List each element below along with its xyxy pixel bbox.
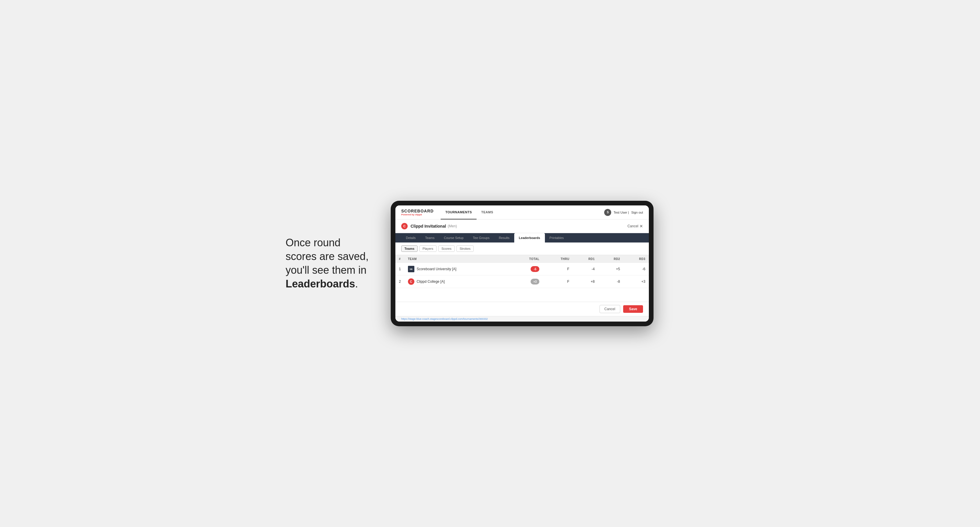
logo-title: SCOREBOARD [401,209,434,213]
col-total: TOTAL [510,255,543,263]
sub-tabs: Teams Players Scores Strokes [395,243,649,255]
table-row: 2 C Clippd College [A] +3 F [395,275,649,288]
tournament-title: Clippd Invitational [410,224,446,229]
tablet-device: SCOREBOARD Powered by clippd TOURNAMENTS… [391,201,654,326]
team-2: C Clippd College [A] [404,275,510,288]
thru-1: F [543,263,573,275]
score-badge-red: -5 [531,266,539,272]
rd1-1: -4 [573,263,598,275]
tab-leaderboards[interactable]: Leaderboards [514,233,545,243]
sign-out-link[interactable]: Sign out [632,211,643,214]
rank-2: 2 [395,275,404,288]
logo-area: SCOREBOARD Powered by clippd [401,209,434,216]
tablet-screen: SCOREBOARD Powered by clippd TOURNAMENTS… [395,205,649,322]
cancel-label: Cancel [628,224,638,228]
team-name-2: Clippd College [A] [417,279,445,284]
logo-sub: Powered by clippd [401,213,434,216]
team-logo-scoreboard: SB [408,266,414,272]
total-1: -5 [510,263,543,275]
thru-2: F [543,275,573,288]
tournament-header: C Clippd Invitational (Men) Cancel ✕ [395,219,649,233]
logo-sub-prefix: Powered by [401,213,415,216]
tournament-subtitle: (Men) [448,224,457,228]
close-icon[interactable]: ✕ [640,224,643,229]
logo-brand: clippd [415,213,422,216]
sub-tab-players[interactable]: Players [419,245,437,252]
col-rd2: RD2 [598,255,624,263]
user-name: Test User | [614,211,629,214]
cancel-button[interactable]: Cancel [600,305,620,313]
rd2-1: +5 [598,263,624,275]
cancel-tournament-btn[interactable]: Cancel ✕ [628,224,643,229]
tab-printables[interactable]: Printables [545,233,568,243]
nav-tournaments[interactable]: TOURNAMENTS [441,205,477,219]
total-2: +3 [510,275,543,288]
user-avatar: S [604,209,611,216]
url-bar: https://stage-blue-coach.stagescoreboard… [395,316,649,322]
rd3-2: +3 [624,275,649,288]
tab-teams[interactable]: Teams [420,233,439,243]
sub-tab-strokes[interactable]: Strokes [457,245,474,252]
nav-links: TOURNAMENTS TEAMS [441,205,604,219]
modal-footer: Cancel Save [395,302,649,316]
content-area: # TEAM TOTAL THRU RD1 RD2 RD3 1 [395,255,649,302]
team-logo-clippd: C [408,278,414,285]
tab-tee-groups[interactable]: Tee Groups [468,233,494,243]
sidebar-text-normal: Once round scores are saved, you'll see … [286,237,369,276]
col-thru: THRU [543,255,573,263]
leaderboard-table: # TEAM TOTAL THRU RD1 RD2 RD3 1 [395,255,649,288]
sidebar-text: Once round scores are saved, you'll see … [286,236,373,290]
col-team: TEAM [404,255,510,263]
team-1: SB Scoreboard University [A] [404,263,510,275]
col-rd1: RD1 [573,255,598,263]
col-rd3: RD3 [624,255,649,263]
team-name-1: Scoreboard University [A] [417,267,457,271]
nav-teams[interactable]: TEAMS [477,205,498,219]
score-badge-gray: +3 [531,279,539,284]
col-rank: # [395,255,404,263]
header-right: S Test User | Sign out [604,209,643,216]
sub-tab-scores[interactable]: Scores [438,245,455,252]
table-row: 1 SB Scoreboard University [A] -5 F [395,263,649,275]
app-header: SCOREBOARD Powered by clippd TOURNAMENTS… [395,205,649,219]
tab-course-setup[interactable]: Course Setup [439,233,468,243]
rank-1: 1 [395,263,404,275]
rd1-2: +8 [573,275,598,288]
sidebar-text-bold: Leaderboards [286,278,355,290]
page-wrapper: Once round scores are saved, you'll see … [286,201,694,326]
sub-tab-teams[interactable]: Teams [401,245,418,252]
tab-details[interactable]: Details [401,233,420,243]
tournament-icon: C [401,223,408,229]
tab-results[interactable]: Results [494,233,514,243]
rd2-2: -8 [598,275,624,288]
sidebar-text-end: . [355,278,358,290]
tab-nav: Details Teams Course Setup Tee Groups Re… [395,233,649,243]
rd3-1: -6 [624,263,649,275]
save-button[interactable]: Save [623,305,643,313]
